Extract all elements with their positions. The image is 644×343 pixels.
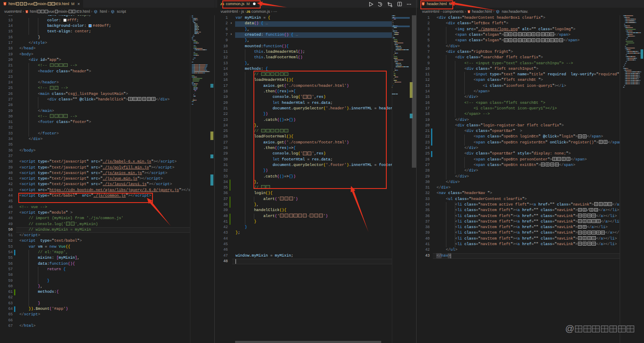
- svg-text:5: 5: [26, 10, 28, 13]
- svg-text:5: 5: [4, 3, 6, 5]
- svg-text:5: 5: [469, 10, 470, 13]
